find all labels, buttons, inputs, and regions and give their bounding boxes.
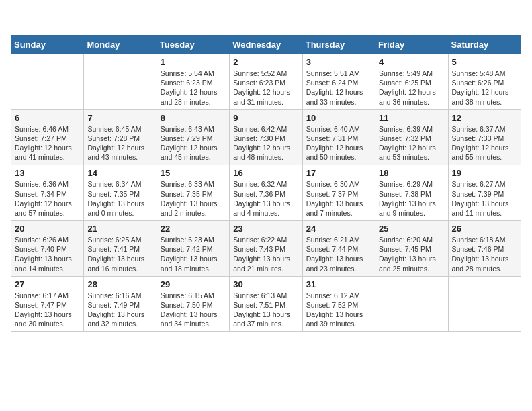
calendar-cell: 10Sunrise: 6:40 AMSunset: 7:31 PMDayligh…: [302, 109, 375, 165]
calendar-cell: 8Sunrise: 6:43 AMSunset: 7:29 PMDaylight…: [157, 109, 229, 165]
calendar-cell: 4Sunrise: 5:49 AMSunset: 6:25 PMDaylight…: [375, 54, 448, 110]
day-number: 5: [452, 57, 517, 67]
calendar-cell: 9Sunrise: 6:42 AMSunset: 7:30 PMDaylight…: [230, 109, 302, 165]
day-info: Sunrise: 6:40 AMSunset: 7:31 PMDaylight:…: [306, 124, 371, 163]
day-info: Sunrise: 6:26 AMSunset: 7:40 PMDaylight:…: [15, 235, 80, 273]
calendar-cell: 19Sunrise: 6:27 AMSunset: 7:39 PMDayligh…: [448, 165, 521, 221]
calendar-cell: 21Sunrise: 6:25 AMSunset: 7:41 PMDayligh…: [84, 221, 157, 277]
day-number: 29: [161, 279, 226, 289]
calendar-cell: [11, 54, 84, 110]
calendar-cell: 2Sunrise: 5:52 AMSunset: 6:23 PMDaylight…: [230, 54, 302, 110]
calendar-cell: 5Sunrise: 5:48 AMSunset: 6:26 PMDaylight…: [448, 54, 521, 110]
day-number: 19: [452, 168, 517, 178]
day-info: Sunrise: 6:15 AMSunset: 7:50 PMDaylight:…: [161, 291, 226, 329]
calendar-cell: [448, 276, 521, 332]
day-info: Sunrise: 5:51 AMSunset: 6:24 PMDaylight:…: [306, 68, 371, 107]
calendar-cell: 22Sunrise: 6:23 AMSunset: 7:42 PMDayligh…: [157, 221, 229, 277]
day-number: 17: [306, 168, 371, 178]
calendar-cell: 23Sunrise: 6:22 AMSunset: 7:43 PMDayligh…: [230, 221, 302, 277]
day-header-thursday: Thursday: [302, 36, 375, 54]
day-number: 16: [233, 168, 298, 178]
calendar-cell: [375, 276, 448, 332]
week-row-5: 27Sunrise: 6:17 AMSunset: 7:47 PMDayligh…: [11, 276, 521, 332]
day-info: Sunrise: 6:29 AMSunset: 7:38 PMDaylight:…: [379, 179, 444, 218]
day-info: Sunrise: 5:48 AMSunset: 6:26 PMDaylight:…: [452, 68, 517, 107]
day-number: 13: [15, 168, 80, 178]
day-number: 2: [233, 57, 298, 67]
day-number: 30: [233, 279, 298, 289]
day-number: 9: [233, 113, 298, 123]
day-number: 23: [233, 224, 298, 234]
day-info: Sunrise: 6:27 AMSunset: 7:39 PMDaylight:…: [452, 179, 517, 218]
calendar-cell: 12Sunrise: 6:37 AMSunset: 7:33 PMDayligh…: [448, 109, 521, 165]
day-info: Sunrise: 6:36 AMSunset: 7:34 PMDaylight:…: [15, 179, 80, 218]
day-number: 22: [161, 224, 226, 234]
day-info: Sunrise: 6:13 AMSunset: 7:51 PMDaylight:…: [233, 291, 298, 329]
week-row-3: 13Sunrise: 6:36 AMSunset: 7:34 PMDayligh…: [11, 165, 521, 221]
day-info: Sunrise: 6:34 AMSunset: 7:35 PMDaylight:…: [87, 179, 152, 218]
header-row: SundayMondayTuesdayWednesdayThursdayFrid…: [11, 36, 521, 54]
calendar-cell: 16Sunrise: 6:32 AMSunset: 7:36 PMDayligh…: [230, 165, 302, 221]
day-info: Sunrise: 6:46 AMSunset: 7:27 PMDaylight:…: [15, 124, 80, 163]
calendar-cell: 13Sunrise: 6:36 AMSunset: 7:34 PMDayligh…: [11, 165, 84, 221]
calendar-cell: 27Sunrise: 6:17 AMSunset: 7:47 PMDayligh…: [11, 276, 84, 332]
logo-icon: [11, 11, 30, 30]
day-info: Sunrise: 6:16 AMSunset: 7:49 PMDaylight:…: [87, 291, 152, 329]
day-info: Sunrise: 6:17 AMSunset: 7:47 PMDaylight:…: [15, 291, 80, 329]
calendar-cell: 26Sunrise: 6:18 AMSunset: 7:46 PMDayligh…: [448, 221, 521, 277]
week-row-1: 1Sunrise: 5:54 AMSunset: 6:23 PMDaylight…: [11, 54, 521, 110]
day-number: 4: [379, 57, 444, 67]
day-number: 21: [87, 224, 152, 234]
day-info: Sunrise: 6:21 AMSunset: 7:44 PMDaylight:…: [306, 235, 371, 273]
day-number: 18: [379, 168, 444, 178]
day-info: Sunrise: 6:37 AMSunset: 7:33 PMDaylight:…: [452, 124, 517, 163]
day-info: Sunrise: 5:49 AMSunset: 6:25 PMDaylight:…: [379, 68, 444, 107]
day-number: 28: [87, 279, 152, 289]
day-header-friday: Friday: [375, 36, 448, 54]
day-header-sunday: Sunday: [11, 36, 84, 54]
calendar-cell: 30Sunrise: 6:13 AMSunset: 7:51 PMDayligh…: [230, 276, 302, 332]
day-number: 15: [161, 168, 226, 178]
page-header: [11, 11, 521, 30]
day-number: 10: [306, 113, 371, 123]
calendar-cell: 18Sunrise: 6:29 AMSunset: 7:38 PMDayligh…: [375, 165, 448, 221]
day-info: Sunrise: 6:39 AMSunset: 7:32 PMDaylight:…: [379, 124, 444, 163]
day-number: 8: [161, 113, 226, 123]
calendar-cell: 11Sunrise: 6:39 AMSunset: 7:32 PMDayligh…: [375, 109, 448, 165]
day-info: Sunrise: 6:22 AMSunset: 7:43 PMDaylight:…: [233, 235, 298, 273]
day-number: 7: [87, 113, 152, 123]
day-number: 3: [306, 57, 371, 67]
calendar-cell: 1Sunrise: 5:54 AMSunset: 6:23 PMDaylight…: [157, 54, 229, 110]
day-info: Sunrise: 6:42 AMSunset: 7:30 PMDaylight:…: [233, 124, 298, 163]
calendar-cell: 28Sunrise: 6:16 AMSunset: 7:49 PMDayligh…: [84, 276, 157, 332]
day-info: Sunrise: 5:52 AMSunset: 6:23 PMDaylight:…: [233, 68, 298, 107]
day-info: Sunrise: 6:20 AMSunset: 7:45 PMDaylight:…: [379, 235, 444, 273]
day-info: Sunrise: 6:32 AMSunset: 7:36 PMDaylight:…: [233, 179, 298, 218]
calendar-table: SundayMondayTuesdayWednesdayThursdayFrid…: [11, 35, 521, 332]
day-info: Sunrise: 6:43 AMSunset: 7:29 PMDaylight:…: [161, 124, 226, 163]
day-header-wednesday: Wednesday: [230, 36, 302, 54]
day-number: 20: [15, 224, 80, 234]
calendar-cell: 17Sunrise: 6:30 AMSunset: 7:37 PMDayligh…: [302, 165, 375, 221]
day-number: 24: [306, 224, 371, 234]
day-info: Sunrise: 6:45 AMSunset: 7:28 PMDaylight:…: [87, 124, 152, 163]
calendar-cell: 15Sunrise: 6:33 AMSunset: 7:35 PMDayligh…: [157, 165, 229, 221]
calendar-cell: 6Sunrise: 6:46 AMSunset: 7:27 PMDaylight…: [11, 109, 84, 165]
day-info: Sunrise: 5:54 AMSunset: 6:23 PMDaylight:…: [161, 68, 226, 107]
calendar-cell: 29Sunrise: 6:15 AMSunset: 7:50 PMDayligh…: [157, 276, 229, 332]
day-number: 1: [161, 57, 226, 67]
calendar-cell: 24Sunrise: 6:21 AMSunset: 7:44 PMDayligh…: [302, 221, 375, 277]
calendar-cell: [84, 54, 157, 110]
day-header-tuesday: Tuesday: [157, 36, 229, 54]
calendar-cell: 14Sunrise: 6:34 AMSunset: 7:35 PMDayligh…: [84, 165, 157, 221]
day-number: 25: [379, 224, 444, 234]
day-info: Sunrise: 6:18 AMSunset: 7:46 PMDaylight:…: [452, 235, 517, 273]
calendar-cell: 20Sunrise: 6:26 AMSunset: 7:40 PMDayligh…: [11, 221, 84, 277]
calendar-cell: 31Sunrise: 6:12 AMSunset: 7:52 PMDayligh…: [302, 276, 375, 332]
day-number: 11: [379, 113, 444, 123]
logo: [11, 11, 30, 30]
day-info: Sunrise: 6:25 AMSunset: 7:41 PMDaylight:…: [87, 235, 152, 273]
calendar-cell: 3Sunrise: 5:51 AMSunset: 6:24 PMDaylight…: [302, 54, 375, 110]
day-number: 6: [15, 113, 80, 123]
day-info: Sunrise: 6:12 AMSunset: 7:52 PMDaylight:…: [306, 291, 371, 329]
